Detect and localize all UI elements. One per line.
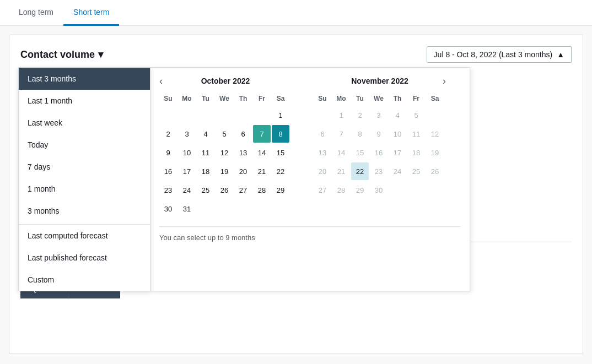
nov-day-24: 24 <box>389 162 406 180</box>
oct-day-26[interactable]: 26 <box>216 181 233 199</box>
oct-day-6[interactable]: 6 <box>234 125 252 143</box>
calendar-october-grid: Su Mo Tu We Th Fr Sa 1 <box>159 92 292 218</box>
oct-day-30[interactable]: 30 <box>159 200 177 218</box>
oct-empty-6 <box>253 106 271 124</box>
nov-day-30: 30 <box>370 181 388 199</box>
oct-day-5[interactable]: 5 <box>216 125 233 143</box>
oct-empty-7 <box>197 200 214 218</box>
nov-day-23: 23 <box>370 162 388 180</box>
oct-day-1[interactable]: 1 <box>272 106 289 124</box>
nov-day-27: 27 <box>314 181 331 199</box>
nov-day-13: 13 <box>314 144 331 161</box>
nov-header-fr: Fr <box>407 92 425 105</box>
oct-day-2[interactable]: 2 <box>159 125 177 143</box>
nov-day-25: 25 <box>407 162 425 180</box>
nov-header-mo: Mo <box>332 92 350 105</box>
oct-empty-11 <box>272 200 289 218</box>
oct-day-18[interactable]: 18 <box>197 162 214 180</box>
nov-day-1: 1 <box>332 106 350 124</box>
nov-empty-3 <box>407 181 425 199</box>
dropdown-item-last-computed-forecast[interactable]: Last computed forecast <box>19 224 150 247</box>
oct-day-14[interactable]: 14 <box>253 144 271 161</box>
oct-header-we: We <box>216 92 233 105</box>
oct-day-23[interactable]: 23 <box>159 181 177 199</box>
nov-day-29: 29 <box>351 181 369 199</box>
oct-day-22[interactable]: 22 <box>272 162 289 180</box>
oct-day-4[interactable]: 4 <box>197 125 214 143</box>
nov-header-th: Th <box>389 92 406 105</box>
contact-volume-label: Contact volume <box>20 49 95 61</box>
calendars-row: ‹ October 2022 Su Mo Tu We Th Fr Sa <box>159 77 461 218</box>
contact-volume-chevron[interactable]: ▾ <box>98 48 103 61</box>
oct-day-3[interactable]: 3 <box>178 125 196 143</box>
nov-day-20: 20 <box>314 162 331 180</box>
nov-day-7: 7 <box>332 125 350 143</box>
dropdown-item-7-days[interactable]: 7 days <box>19 156 150 178</box>
date-range-text: Jul 8 - Oct 8, 2022 (Last 3 months) <box>434 50 553 59</box>
calendar-next-button[interactable]: › <box>443 75 446 87</box>
nov-day-22[interactable]: 22 <box>351 162 369 180</box>
nov-day-8: 8 <box>351 125 369 143</box>
dropdown-item-last-1-month[interactable]: Last 1 month <box>19 90 150 112</box>
oct-day-15[interactable]: 15 <box>272 144 289 161</box>
nov-day-9: 9 <box>370 125 388 143</box>
nov-day-18: 18 <box>407 144 425 161</box>
oct-day-24[interactable]: 24 <box>178 181 196 199</box>
dropdown-item-today[interactable]: Today <box>19 134 150 156</box>
oct-empty-8 <box>216 200 233 218</box>
calendar-prev-button[interactable]: ‹ <box>159 75 163 87</box>
oct-header-th: Th <box>234 92 252 105</box>
calendar-footer: You can select up to 9 months <box>159 226 461 242</box>
dropdown-item-3-months[interactable]: 3 months <box>19 200 150 222</box>
oct-day-12[interactable]: 12 <box>216 144 233 161</box>
nov-empty-4 <box>426 181 444 199</box>
oct-empty-3 <box>197 106 214 124</box>
oct-day-28[interactable]: 28 <box>253 181 271 199</box>
dropdown-list: Last 3 months Last 1 month Last week Tod… <box>18 67 150 291</box>
dropdown-item-custom[interactable]: Custom <box>19 269 150 291</box>
nov-day-5: 5 <box>407 106 425 124</box>
nov-day-28: 28 <box>332 181 350 199</box>
oct-day-9[interactable]: 9 <box>159 144 177 161</box>
oct-header-mo: Mo <box>178 92 196 105</box>
oct-day-25[interactable]: 25 <box>197 181 214 199</box>
oct-day-10[interactable]: 10 <box>178 144 196 161</box>
nov-header-su: Su <box>314 92 331 105</box>
oct-header-sa: Sa <box>272 92 289 105</box>
nov-day-19: 19 <box>426 144 444 161</box>
dropdown-item-last-3-months[interactable]: Last 3 months <box>19 68 150 90</box>
nov-day-2: 2 <box>351 106 369 124</box>
oct-empty-9 <box>234 200 252 218</box>
oct-day-20[interactable]: 20 <box>234 162 252 180</box>
tab-short-term[interactable]: Short term <box>63 0 119 26</box>
oct-day-19[interactable]: 19 <box>216 162 233 180</box>
dropdown-item-last-week[interactable]: Last week <box>19 112 150 134</box>
nov-empty-1 <box>314 106 331 124</box>
oct-day-29[interactable]: 29 <box>272 181 289 199</box>
oct-day-13[interactable]: 13 <box>234 144 252 161</box>
oct-header-fr: Fr <box>253 92 271 105</box>
oct-day-16[interactable]: 16 <box>159 162 177 180</box>
calendar-footer-note: You can select up to 9 months <box>159 233 255 242</box>
oct-empty-5 <box>234 106 252 124</box>
oct-day-8[interactable]: 8 <box>272 125 289 143</box>
oct-day-7[interactable]: 7 <box>253 125 271 143</box>
oct-empty-1 <box>159 106 177 124</box>
nov-header-sa: Sa <box>426 92 444 105</box>
calendar-november-title: November 2022 <box>351 77 408 85</box>
dropdown-item-last-published-forecast[interactable]: Last published forecast <box>19 247 150 269</box>
main-content: Contact volume ▾ Jul 8 - Oct 8, 2022 (La… <box>9 35 583 354</box>
oct-day-17[interactable]: 17 <box>178 162 196 180</box>
oct-day-21[interactable]: 21 <box>253 162 271 180</box>
oct-day-11[interactable]: 11 <box>197 144 214 161</box>
dropdown-item-1-month[interactable]: 1 month <box>19 178 150 200</box>
oct-day-27[interactable]: 27 <box>234 181 252 199</box>
nov-day-10: 10 <box>389 125 406 143</box>
oct-day-31[interactable]: 31 <box>178 200 196 218</box>
date-range-button[interactable]: Jul 8 - Oct 8, 2022 (Last 3 months) ▲ <box>427 46 572 63</box>
nov-day-17: 17 <box>389 144 406 161</box>
oct-empty-10 <box>253 200 271 218</box>
oct-header-tu: Tu <box>197 92 214 105</box>
nov-day-14: 14 <box>332 144 350 161</box>
tab-long-term[interactable]: Long term <box>9 0 63 26</box>
